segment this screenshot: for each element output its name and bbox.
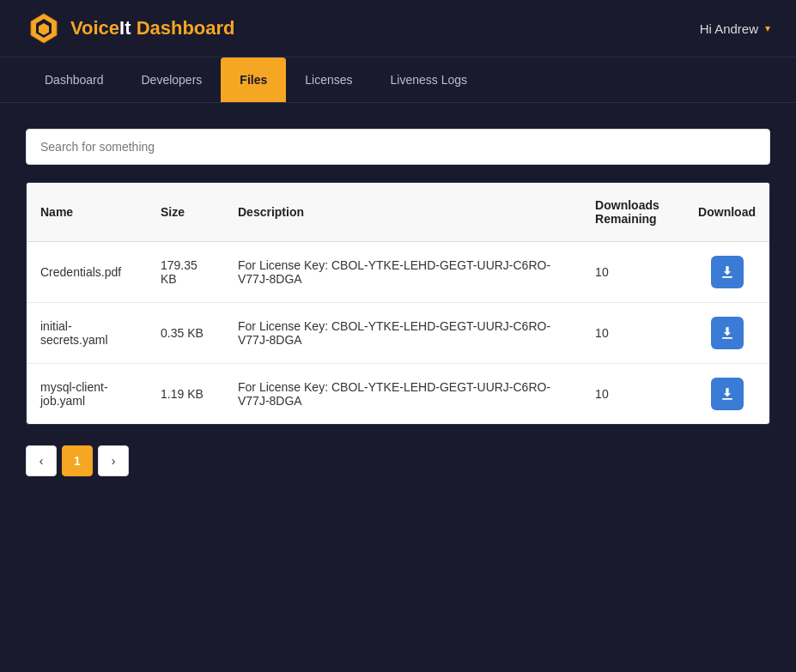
table-row: Credentials.pdf 179.35 KB For License Ke…: [27, 242, 769, 303]
table-row: initial-secrets.yaml 0.35 KB For License…: [27, 303, 769, 364]
col-header-description: Description: [224, 183, 581, 242]
pagination-next[interactable]: ›: [98, 445, 129, 476]
download-button[interactable]: [711, 256, 744, 288]
dropdown-icon: ▾: [765, 22, 770, 34]
table-header-row: Name Size Description DownloadsRemaining…: [27, 183, 769, 242]
nav-liveness-logs[interactable]: Liveness Logs: [372, 58, 487, 102]
col-header-name: Name: [27, 183, 147, 242]
nav-files[interactable]: Files: [221, 58, 286, 102]
download-button[interactable]: [711, 378, 744, 410]
table-body: Credentials.pdf 179.35 KB For License Ke…: [27, 242, 769, 425]
cell-downloads-remaining: 10: [581, 242, 684, 303]
cell-name: mysql-client-job.yaml: [27, 364, 147, 425]
nav-dashboard[interactable]: Dashboard: [26, 58, 123, 102]
cell-downloads-remaining: 10: [581, 364, 684, 425]
cell-name: Credentials.pdf: [27, 242, 147, 303]
cell-download: [684, 364, 769, 425]
logo-text: VoiceIt Dashboard: [70, 17, 235, 39]
download-icon: [719, 263, 736, 281]
user-greeting: Hi Andrew: [700, 21, 758, 36]
cell-description: For License Key: CBOL-YTKE-LEHD-GEGT-UUR…: [224, 242, 581, 303]
cell-size: 0.35 KB: [147, 303, 224, 364]
search-input[interactable]: [26, 129, 770, 165]
files-table-container: Name Size Description DownloadsRemaining…: [26, 182, 770, 425]
logo: VoiceIt Dashboard: [26, 10, 235, 46]
main-nav: Dashboard Developers Files Licenses Live…: [0, 58, 796, 103]
cell-name: initial-secrets.yaml: [27, 303, 147, 364]
download-button[interactable]: [711, 317, 744, 349]
pagination-page-1[interactable]: 1: [62, 445, 93, 476]
logo-icon: [26, 10, 62, 46]
cell-download: [684, 303, 769, 364]
pagination: ‹ 1 ›: [26, 425, 770, 485]
nav-licenses[interactable]: Licenses: [286, 58, 371, 102]
download-icon: [719, 324, 736, 342]
pagination-prev[interactable]: ‹: [26, 445, 57, 476]
cell-download: [684, 242, 769, 303]
cell-size: 1.19 KB: [147, 364, 224, 425]
cell-description: For License Key: CBOL-YTKE-LEHD-GEGT-UUR…: [224, 364, 581, 425]
col-header-size: Size: [147, 183, 224, 242]
col-header-downloads-remaining: DownloadsRemaining: [581, 183, 684, 242]
header: VoiceIt Dashboard Hi Andrew ▾: [0, 0, 796, 58]
download-icon: [719, 385, 736, 403]
main-content: Name Size Description DownloadsRemaining…: [0, 103, 796, 511]
cell-downloads-remaining: 10: [581, 303, 684, 364]
cell-size: 179.35 KB: [147, 242, 224, 303]
user-menu[interactable]: Hi Andrew ▾: [700, 21, 770, 36]
files-table: Name Size Description DownloadsRemaining…: [27, 183, 769, 424]
cell-description: For License Key: CBOL-YTKE-LEHD-GEGT-UUR…: [224, 303, 581, 364]
col-header-download: Download: [684, 183, 769, 242]
table-row: mysql-client-job.yaml 1.19 KB For Licens…: [27, 364, 769, 425]
nav-developers[interactable]: Developers: [123, 58, 222, 102]
